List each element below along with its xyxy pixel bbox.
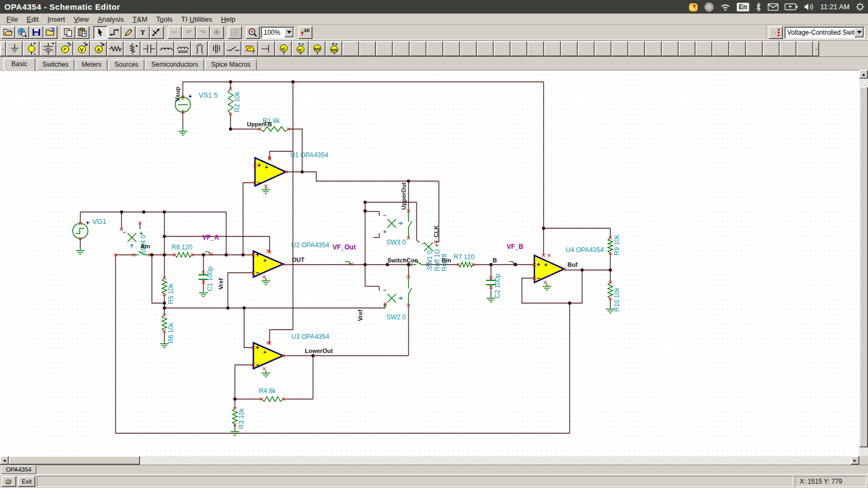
horizontal-scroll-track[interactable] bbox=[140, 456, 851, 465]
horizontal-scrollbar[interactable]: ◄ ► bbox=[0, 456, 859, 465]
menu-t-m[interactable]: T&M bbox=[128, 14, 151, 24]
svg-text:SwitchCon: SwitchCon bbox=[387, 257, 418, 264]
snap-point-button[interactable] bbox=[210, 26, 224, 39]
svg-text:IC: IC bbox=[281, 46, 285, 51]
sheet-tab-opa4354[interactable]: OPA4354 bbox=[1, 465, 36, 474]
ic-initial-condition-plus-component-button[interactable]: IC bbox=[292, 41, 309, 56]
scroll-up-button[interactable]: ▲ bbox=[859, 70, 868, 79]
voltage-source-component-button[interactable] bbox=[23, 41, 40, 56]
vertical-scrollbar[interactable]: ▲ ▼ bbox=[859, 70, 868, 465]
inductor-component-button[interactable] bbox=[157, 41, 174, 56]
zoom-level-select[interactable]: 100% bbox=[261, 27, 295, 38]
svg-text:UpperOut: UpperOut bbox=[400, 182, 407, 210]
set-value-1k-button[interactable]: 1K bbox=[298, 26, 312, 39]
svg-text:SW1 0: SW1 0 bbox=[426, 251, 433, 270]
menu-ti-utilities[interactable]: TI Utilities bbox=[177, 14, 216, 24]
menu-tools[interactable]: Tools bbox=[152, 14, 177, 24]
capacitor-component-button[interactable] bbox=[141, 41, 157, 56]
select-cursor-button[interactable] bbox=[93, 26, 107, 39]
switch-component-button[interactable] bbox=[225, 41, 241, 56]
component-category-tabs: BasicSwitchesMetersSourcesSemiconductors… bbox=[0, 57, 868, 70]
cut-button[interactable]: ✂ bbox=[168, 26, 182, 39]
transformer-component-button[interactable] bbox=[208, 41, 225, 56]
volume-icon[interactable] bbox=[803, 3, 814, 11]
keyboard-indicator[interactable]: En bbox=[737, 3, 749, 11]
title-bar[interactable]: OPA4354 - Schematic Editor En11:21 AM bbox=[0, 0, 868, 14]
paste-button[interactable] bbox=[75, 26, 90, 39]
palette-empty-slot bbox=[780, 41, 796, 56]
chevron-down-icon[interactable] bbox=[854, 28, 864, 37]
tab-switches[interactable]: Switches bbox=[36, 59, 74, 70]
menu-analysis[interactable]: Analysis bbox=[93, 14, 128, 24]
menu-view[interactable]: View bbox=[69, 14, 93, 24]
battery-component-button[interactable] bbox=[40, 41, 56, 56]
zoom-in-button[interactable] bbox=[246, 26, 260, 39]
svg-text:+: + bbox=[256, 344, 259, 351]
reopen-button[interactable] bbox=[43, 26, 58, 39]
pencil-tool-button[interactable] bbox=[122, 26, 136, 39]
svg-text:−: − bbox=[537, 274, 540, 282]
schematic-canvas[interactable]: R2 10kR5 10kR6 10kR3 10kR9 10kR10 10kR1 … bbox=[0, 70, 859, 456]
tab-semiconductors[interactable]: Semiconductors bbox=[145, 59, 204, 70]
component-selector-dropdown[interactable]: Voltage-Controlled Switch bbox=[784, 27, 865, 38]
svg-text:R4 8k: R4 8k bbox=[259, 387, 276, 395]
wifi-icon[interactable] bbox=[720, 3, 731, 11]
grid-toggle-button[interactable] bbox=[228, 26, 242, 39]
palette-empty-slot bbox=[595, 41, 611, 56]
ns-nodeset-plus-component-button[interactable]: NS bbox=[326, 41, 342, 56]
wire-cross-tool-button[interactable] bbox=[150, 26, 164, 39]
text-tool-button[interactable]: T bbox=[136, 26, 150, 39]
resistor-component-button[interactable] bbox=[107, 41, 124, 56]
ns-nodeset-component-button[interactable]: NS bbox=[309, 41, 326, 56]
scroll-left-button[interactable]: ◄ bbox=[0, 456, 9, 465]
voltmeter-component-button[interactable]: V bbox=[73, 41, 90, 56]
coupled-inductors-component-button[interactable]: M bbox=[191, 41, 208, 56]
palette-empty-slot bbox=[544, 41, 561, 56]
bluetooth-icon[interactable] bbox=[755, 3, 762, 11]
palette-empty-slot bbox=[510, 41, 527, 56]
tab-basic[interactable]: Basic bbox=[3, 58, 35, 71]
vertical-scroll-thumb[interactable] bbox=[859, 87, 868, 447]
undo-button[interactable]: ↶ bbox=[182, 26, 196, 39]
open-circuit-component-button[interactable] bbox=[258, 41, 275, 56]
battery-icon[interactable] bbox=[784, 3, 797, 10]
ammeter-component-button[interactable]: A bbox=[90, 41, 107, 56]
exit-button[interactable]: Exit bbox=[18, 476, 35, 487]
scroll-right-button[interactable]: ► bbox=[851, 456, 859, 465]
controlled-switch-component-button[interactable]: T bbox=[241, 41, 258, 56]
svg-text:Vsup: Vsup bbox=[174, 87, 181, 101]
menu-file[interactable]: File bbox=[2, 14, 22, 24]
tab-spice-macros[interactable]: Spice Macros bbox=[205, 59, 257, 70]
cursor-coordinates: X: 1515 Y: 779 bbox=[795, 476, 866, 487]
save-button[interactable] bbox=[29, 26, 43, 39]
ic-initial-condition-component-button[interactable]: IC bbox=[275, 41, 292, 56]
menu-edit[interactable]: Edit bbox=[22, 14, 43, 24]
tab-meters[interactable]: Meters bbox=[75, 59, 107, 70]
potentiometer-component-button[interactable] bbox=[124, 41, 141, 56]
inductor-core-component-button[interactable] bbox=[174, 41, 191, 56]
menu-help[interactable]: Help bbox=[216, 14, 240, 24]
main-toolbar: T✂↶↷100%1K☞Voltage-Controlled Switch bbox=[0, 25, 868, 40]
gear-icon[interactable] bbox=[856, 2, 865, 11]
chevron-down-icon[interactable] bbox=[284, 28, 293, 37]
tab-sources[interactable]: Sources bbox=[108, 59, 144, 70]
svg-text:C2 100p: C2 100p bbox=[494, 273, 501, 298]
open-from-web-button[interactable] bbox=[15, 26, 29, 39]
copy-button[interactable] bbox=[61, 26, 75, 39]
palette-scroll-left[interactable]: ‹ bbox=[0, 41, 6, 56]
open-button[interactable] bbox=[1, 26, 15, 39]
mail-icon[interactable] bbox=[768, 3, 778, 11]
wire-tool-button[interactable] bbox=[107, 26, 122, 39]
palette-scroll-right[interactable]: › bbox=[813, 41, 819, 56]
horizontal-scroll-thumb[interactable] bbox=[9, 456, 140, 465]
svg-text:R6 10k: R6 10k bbox=[167, 322, 175, 343]
menu-insert[interactable]: Insert bbox=[43, 14, 69, 24]
svg-text:+: + bbox=[263, 257, 266, 264]
app-icon[interactable] bbox=[688, 2, 698, 12]
sphere-icon[interactable] bbox=[704, 2, 714, 12]
probe-tool-button[interactable] bbox=[2, 476, 16, 487]
redo-button[interactable]: ↷ bbox=[196, 26, 210, 39]
voltage-generator-component-button[interactable] bbox=[56, 41, 73, 56]
component-list-button[interactable]: ☞ bbox=[769, 26, 783, 39]
ground-component-button[interactable] bbox=[6, 41, 23, 56]
